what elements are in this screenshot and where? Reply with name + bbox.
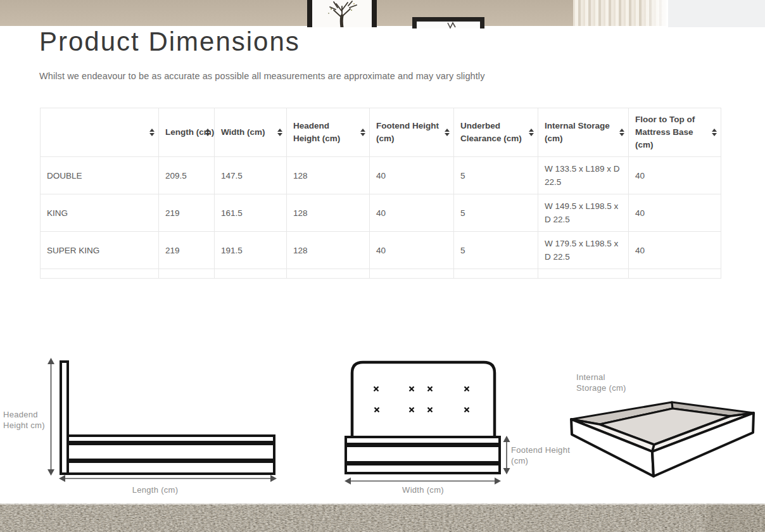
sort-icon [445,129,450,136]
column-header-floor-to-top-of-mattress-base-cm[interactable]: Floor to Top of Mattress Base (cm) [629,108,721,157]
value-cell: 209.5 [159,157,215,194]
size-name-cell: DOUBLE [41,157,159,194]
value-cell: W 133.5 x L189 x D 22.5 [538,157,629,194]
width-label: Width (cm) [360,484,486,495]
column-header-row-label[interactable] [41,108,159,157]
page-title: Product Dimensions [39,27,300,57]
storage-diagram [571,402,754,476]
diagram-canvas [0,350,765,504]
value-cell: 161.5 [215,194,287,232]
sort-icon [205,129,210,136]
table-row: DOUBLE209.5147.5128405W 133.5 x L189 x D… [41,157,721,194]
value-cell: 5 [454,232,538,269]
sort-icon [529,129,534,136]
value-cell: 219 [159,194,215,232]
column-label: Headend Height (cm) [293,121,340,143]
product-dimensions-page: Product Dimensions Whilst we endeavour t… [0,0,765,532]
value-cell: 5 [454,157,538,194]
value-cell: 5 [454,194,538,232]
window-light-panel [668,0,765,27]
value-cell: 191.5 [215,232,287,269]
column-header-footend-height-cm[interactable]: Footend Height (cm) [370,108,454,157]
value-cell: 40 [370,194,454,232]
column-label: Floor to Top of Mattress Base (cm) [635,115,695,149]
tree-picture-frame [307,0,377,27]
length-label: Length (cm) [92,484,218,495]
value-cell: 40 [370,232,454,269]
value-cell: 40 [370,157,454,194]
value-cell: 40 [629,232,721,269]
column-label: Internal Storage (cm) [545,121,610,143]
column-label: Width (cm) [221,127,265,137]
page-subtitle: Whilst we endeavour to be as accurate as… [39,71,485,81]
value-cell: 128 [287,194,370,232]
footend-height-label: Footend Height (cm) [511,445,570,466]
bedroom-wall [0,0,576,26]
value-cell: W 179.5 x L198.5 x D 22.5 [538,232,629,269]
headend-height-label: Headend Height cm) [3,409,45,431]
table-row: SUPER KING219191.5128405W 179.5 x L198.5… [41,232,721,269]
dimension-diagrams: Headend Height cm) Length (cm) Width (cm… [0,350,765,504]
table-header-row: Length (cm)Width (cm)Headend Height (cm)… [41,108,721,157]
column-header-headend-height-cm[interactable]: Headend Height (cm) [287,108,370,157]
column-header-underbed-clearance-cm[interactable]: Underbed Clearance (cm) [454,108,538,157]
sort-icon [149,129,155,136]
side-view-diagram [47,358,277,482]
footend-height-arrow [503,436,510,474]
size-name-cell: KING [41,194,159,232]
value-cell: 128 [287,157,370,194]
sort-icon [360,129,365,136]
width-arrow [345,478,501,484]
headend-height-arrow [47,358,54,476]
empty-row [41,269,721,279]
table-row: KING219161.5128405W 149.5 x L198.5 x D 2… [41,194,721,232]
internal-storage-label: Internal Storage (cm) [576,372,626,393]
value-cell: W 149.5 x L198.5 x D 22.5 [538,194,629,232]
picture-mark-icon [417,22,480,30]
column-header-internal-storage-cm[interactable]: Internal Storage (cm) [538,108,629,157]
column-header-length-cm[interactable]: Length (cm) [159,108,215,157]
sort-icon [619,129,624,136]
column-label: Underbed Clearance (cm) [460,121,522,143]
sort-icon [277,129,282,136]
column-header-width-cm[interactable]: Width (cm) [215,108,287,157]
front-view-diagram [345,362,510,484]
value-cell: 147.5 [215,157,287,194]
tree-art-icon [312,0,372,27]
length-arrow [59,475,277,482]
small-picture-frame [412,17,484,28]
curtain [573,0,668,26]
value-cell: 128 [287,232,370,269]
sort-icon [712,129,717,136]
value-cell: 219 [159,232,215,269]
value-cell: 40 [629,157,721,194]
carpet-photo-strip [0,504,765,532]
column-label: Footend Height (cm) [376,121,439,143]
size-name-cell: SUPER KING [41,232,159,269]
dimensions-table: Length (cm)Width (cm)Headend Height (cm)… [40,108,721,279]
value-cell: 40 [629,194,721,232]
